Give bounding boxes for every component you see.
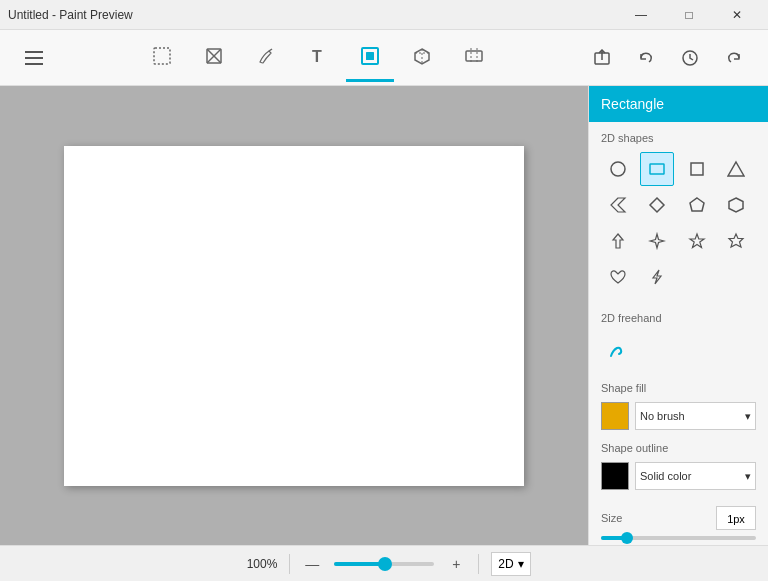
square-icon — [688, 160, 706, 178]
canvas-surface[interactable] — [64, 146, 524, 486]
svg-marker-25 — [729, 234, 743, 247]
arrow-left-icon — [609, 196, 627, 214]
maximize-button[interactable]: □ — [666, 0, 712, 30]
text-icon: T — [307, 45, 329, 67]
circle-icon — [609, 160, 627, 178]
size-slider-track[interactable] — [601, 536, 756, 540]
outline-dropdown[interactable]: Solid color ▾ — [635, 462, 756, 490]
fill-dropdown-arrow: ▾ — [745, 410, 751, 423]
shape-circle[interactable] — [601, 152, 635, 186]
shape-hexagon[interactable] — [719, 188, 753, 222]
shape-diamond[interactable] — [640, 188, 674, 222]
arrow-up-icon — [609, 232, 627, 250]
fill-dropdown[interactable]: No brush ▾ — [635, 402, 756, 430]
shape-lightning[interactable] — [640, 260, 674, 294]
star6-icon — [727, 232, 745, 250]
outline-option-label: Solid color — [640, 470, 691, 482]
svg-marker-22 — [613, 234, 623, 248]
main-area: Rectangle 2D shapes — [0, 86, 768, 545]
shape-arrow-up[interactable] — [601, 224, 635, 258]
shape-star6[interactable] — [719, 224, 753, 258]
zoom-slider[interactable] — [334, 562, 434, 566]
fill-section: Shape fill No brush ▾ — [589, 376, 768, 436]
dimension-label: 2D — [498, 557, 513, 571]
size-row: Size 1px — [601, 506, 756, 530]
svg-rect-16 — [691, 163, 703, 175]
svg-marker-23 — [650, 234, 664, 248]
app-title: Untitled - Paint Preview — [8, 8, 133, 22]
toolbar: T — [0, 30, 768, 86]
title-bar-left: Untitled - Paint Preview — [8, 8, 133, 22]
zoom-level-label: 100% — [237, 557, 277, 571]
undo-button[interactable] — [628, 40, 664, 76]
outline-label: Shape outline — [601, 442, 756, 454]
toolbar-tools: T — [60, 34, 576, 82]
svg-rect-7 — [366, 52, 374, 60]
svg-rect-0 — [154, 48, 170, 64]
tool-brush[interactable] — [242, 34, 290, 82]
shape-star5[interactable] — [680, 224, 714, 258]
fill-row: No brush ▾ — [601, 402, 756, 430]
tool-effects[interactable] — [450, 34, 498, 82]
zoom-slider-thumb[interactable] — [378, 557, 392, 571]
freehand-button[interactable] — [601, 332, 635, 366]
select-icon — [151, 45, 173, 67]
minimize-button[interactable]: — — [618, 0, 664, 30]
outline-section: Shape outline Solid color ▾ — [589, 436, 768, 496]
shape-triangle[interactable] — [719, 152, 753, 186]
shape-square[interactable] — [680, 152, 714, 186]
tool-text[interactable]: T — [294, 34, 342, 82]
svg-marker-20 — [690, 198, 704, 211]
canvas-area[interactable] — [0, 86, 588, 545]
toolbar-right — [584, 40, 752, 76]
redo-icon — [725, 49, 743, 67]
outline-dropdown-arrow: ▾ — [745, 470, 751, 483]
right-panel: Rectangle 2D shapes — [588, 86, 768, 545]
brush-icon — [255, 45, 277, 67]
tool-3d[interactable] — [398, 34, 446, 82]
shape-heart[interactable] — [601, 260, 635, 294]
star5-icon — [688, 232, 706, 250]
shapes-grid — [601, 152, 756, 294]
tool-select[interactable] — [138, 34, 186, 82]
shape-rectangle[interactable] — [640, 152, 674, 186]
zoom-minus-button[interactable]: — — [302, 556, 322, 572]
heart-icon — [609, 268, 627, 286]
outline-color-swatch[interactable] — [601, 462, 629, 490]
svg-rect-8 — [466, 51, 482, 61]
close-button[interactable]: ✕ — [714, 0, 760, 30]
rectangle-icon — [648, 160, 666, 178]
bottom-bar: 100% — + 2D ▾ — [0, 545, 768, 581]
tool-shapes[interactable] — [346, 34, 394, 82]
svg-marker-18 — [611, 198, 625, 212]
fill-option-label: No brush — [640, 410, 685, 422]
tool-crop[interactable] — [190, 34, 238, 82]
shapes-icon — [359, 45, 381, 67]
title-bar-controls: — □ ✕ — [618, 0, 760, 30]
freehand-section: 2D freehand — [589, 308, 768, 376]
panel-title: Rectangle — [589, 86, 768, 122]
shape-arrow-left[interactable] — [601, 188, 635, 222]
size-label: Size — [601, 512, 622, 524]
freehand-label: 2D freehand — [601, 312, 756, 324]
size-value[interactable]: 1px — [716, 506, 756, 530]
fill-color-swatch[interactable] — [601, 402, 629, 430]
effects-icon — [463, 45, 485, 67]
size-slider-thumb[interactable] — [621, 532, 633, 544]
dimension-arrow: ▾ — [518, 557, 524, 571]
star4-icon — [648, 232, 666, 250]
history-button[interactable] — [672, 40, 708, 76]
menu-button[interactable] — [16, 40, 52, 76]
shape-pentagon[interactable] — [680, 188, 714, 222]
divider-1 — [289, 554, 290, 574]
size-section: Size 1px — [589, 496, 768, 545]
hexagon-icon — [727, 196, 745, 214]
zoom-plus-button[interactable]: + — [446, 556, 466, 572]
dimension-select[interactable]: 2D ▾ — [491, 552, 530, 576]
outline-row: Solid color ▾ — [601, 462, 756, 490]
shape-star4[interactable] — [640, 224, 674, 258]
svg-text:T: T — [312, 48, 322, 65]
redo-button[interactable] — [716, 40, 752, 76]
title-bar: Untitled - Paint Preview — □ ✕ — [0, 0, 768, 30]
share-button[interactable] — [584, 40, 620, 76]
